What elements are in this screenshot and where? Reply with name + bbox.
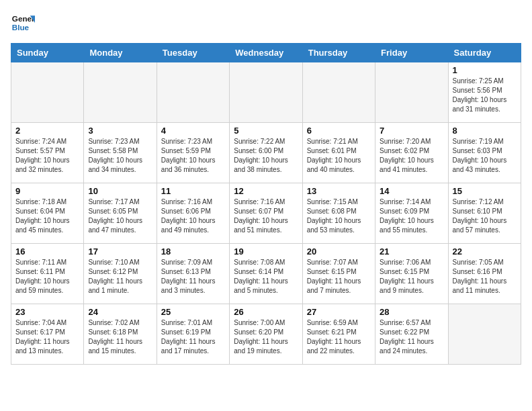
day-number: 28: [380, 307, 443, 317]
calendar-cell: 19Sunrise: 7:08 AM Sunset: 6:14 PM Dayli…: [230, 244, 302, 304]
day-number: 22: [453, 246, 517, 257]
day-info: Sunrise: 7:20 AM Sunset: 6:02 PM Dayligh…: [380, 137, 443, 175]
calendar-cell: 17Sunrise: 7:10 AM Sunset: 6:12 PM Dayli…: [84, 244, 157, 304]
day-number: 14: [380, 186, 443, 196]
calendar-cell: 13Sunrise: 7:15 AM Sunset: 6:08 PM Dayli…: [302, 183, 375, 244]
day-number: 24: [88, 307, 152, 317]
calendar-cell: 15Sunrise: 7:12 AM Sunset: 6:10 PM Dayli…: [448, 183, 521, 244]
day-number: 21: [380, 246, 443, 257]
weekday-header-monday: Monday: [84, 44, 157, 62]
day-number: 11: [161, 186, 225, 196]
day-info: Sunrise: 7:21 AM Sunset: 6:01 PM Dayligh…: [307, 137, 371, 175]
day-info: Sunrise: 7:24 AM Sunset: 5:57 PM Dayligh…: [15, 137, 79, 175]
day-info: Sunrise: 7:14 AM Sunset: 6:09 PM Dayligh…: [380, 197, 443, 235]
weekday-header-wednesday: Wednesday: [230, 44, 302, 62]
day-number: 2: [15, 126, 79, 136]
calendar-cell: [11, 62, 84, 123]
calendar-cell: [84, 62, 157, 123]
week-row-3: 9Sunrise: 7:18 AM Sunset: 6:04 PM Daylig…: [11, 183, 521, 244]
calendar-cell: 5Sunrise: 7:22 AM Sunset: 6:00 PM Daylig…: [230, 123, 302, 183]
calendar-cell: 28Sunrise: 6:57 AM Sunset: 6:22 PM Dayli…: [375, 304, 448, 365]
calendar-cell: [375, 62, 448, 123]
week-row-5: 23Sunrise: 7:04 AM Sunset: 6:17 PM Dayli…: [11, 304, 521, 365]
weekday-header-sunday: Sunday: [11, 44, 84, 62]
day-info: Sunrise: 7:22 AM Sunset: 6:00 PM Dayligh…: [234, 137, 298, 175]
day-info: Sunrise: 7:00 AM Sunset: 6:20 PM Dayligh…: [234, 318, 298, 356]
day-number: 1: [453, 65, 517, 75]
day-number: 10: [88, 186, 152, 196]
day-number: 19: [234, 246, 298, 257]
day-number: 18: [161, 246, 225, 257]
day-number: 26: [234, 307, 298, 317]
day-number: 3: [88, 126, 152, 136]
calendar: SundayMondayTuesdayWednesdayThursdayFrid…: [11, 43, 521, 365]
calendar-cell: 2Sunrise: 7:24 AM Sunset: 5:57 PM Daylig…: [11, 123, 84, 183]
day-number: 7: [380, 126, 443, 136]
calendar-cell: 10Sunrise: 7:17 AM Sunset: 6:05 PM Dayli…: [84, 183, 157, 244]
day-info: Sunrise: 7:06 AM Sunset: 6:15 PM Dayligh…: [380, 258, 443, 295]
calendar-cell: 6Sunrise: 7:21 AM Sunset: 6:01 PM Daylig…: [302, 123, 375, 183]
calendar-cell: 12Sunrise: 7:16 AM Sunset: 6:07 PM Dayli…: [230, 183, 302, 244]
day-number: 6: [307, 126, 371, 136]
day-number: 27: [307, 307, 371, 317]
day-info: Sunrise: 7:25 AM Sunset: 5:56 PM Dayligh…: [453, 77, 517, 114]
calendar-cell: 11Sunrise: 7:16 AM Sunset: 6:06 PM Dayli…: [157, 183, 229, 244]
day-info: Sunrise: 7:04 AM Sunset: 6:17 PM Dayligh…: [15, 318, 79, 356]
calendar-cell: 7Sunrise: 7:20 AM Sunset: 6:02 PM Daylig…: [375, 123, 448, 183]
page-header: General Blue: [11, 11, 521, 35]
day-info: Sunrise: 7:12 AM Sunset: 6:10 PM Dayligh…: [453, 197, 517, 235]
weekday-header-tuesday: Tuesday: [157, 44, 229, 62]
day-info: Sunrise: 7:17 AM Sunset: 6:05 PM Dayligh…: [88, 197, 152, 235]
calendar-cell: 26Sunrise: 7:00 AM Sunset: 6:20 PM Dayli…: [230, 304, 302, 365]
calendar-cell: 24Sunrise: 7:02 AM Sunset: 6:18 PM Dayli…: [84, 304, 157, 365]
day-info: Sunrise: 7:15 AM Sunset: 6:08 PM Dayligh…: [307, 197, 371, 235]
svg-text:General: General: [12, 14, 35, 23]
calendar-cell: 25Sunrise: 7:01 AM Sunset: 6:19 PM Dayli…: [157, 304, 229, 365]
weekday-header-thursday: Thursday: [302, 44, 375, 62]
day-number: 9: [15, 186, 79, 196]
day-number: 25: [161, 307, 225, 317]
day-info: Sunrise: 7:02 AM Sunset: 6:18 PM Dayligh…: [88, 318, 152, 356]
calendar-cell: 4Sunrise: 7:23 AM Sunset: 5:59 PM Daylig…: [157, 123, 229, 183]
calendar-cell: 3Sunrise: 7:23 AM Sunset: 5:58 PM Daylig…: [84, 123, 157, 183]
calendar-cell: 8Sunrise: 7:19 AM Sunset: 6:03 PM Daylig…: [448, 123, 521, 183]
day-info: Sunrise: 7:05 AM Sunset: 6:16 PM Dayligh…: [453, 258, 517, 295]
day-number: 4: [161, 126, 225, 136]
calendar-cell: 14Sunrise: 7:14 AM Sunset: 6:09 PM Dayli…: [375, 183, 448, 244]
day-number: 13: [307, 186, 371, 196]
day-info: Sunrise: 7:23 AM Sunset: 5:58 PM Dayligh…: [88, 137, 152, 175]
day-info: Sunrise: 7:07 AM Sunset: 6:15 PM Dayligh…: [307, 258, 371, 295]
week-row-2: 2Sunrise: 7:24 AM Sunset: 5:57 PM Daylig…: [11, 123, 521, 183]
day-number: 5: [234, 126, 298, 136]
day-number: 15: [453, 186, 517, 196]
day-info: Sunrise: 7:16 AM Sunset: 6:07 PM Dayligh…: [234, 197, 298, 235]
logo: General Blue: [11, 11, 38, 35]
calendar-cell: 22Sunrise: 7:05 AM Sunset: 6:16 PM Dayli…: [448, 244, 521, 304]
weekday-header-saturday: Saturday: [448, 44, 521, 62]
week-row-1: 1Sunrise: 7:25 AM Sunset: 5:56 PM Daylig…: [11, 62, 521, 123]
calendar-cell: 9Sunrise: 7:18 AM Sunset: 6:04 PM Daylig…: [11, 183, 84, 244]
day-number: 12: [234, 186, 298, 196]
calendar-cell: [448, 304, 521, 365]
calendar-cell: [157, 62, 229, 123]
calendar-cell: 21Sunrise: 7:06 AM Sunset: 6:15 PM Dayli…: [375, 244, 448, 304]
calendar-cell: 18Sunrise: 7:09 AM Sunset: 6:13 PM Dayli…: [157, 244, 229, 304]
day-number: 23: [15, 307, 79, 317]
day-info: Sunrise: 7:11 AM Sunset: 6:11 PM Dayligh…: [15, 258, 79, 295]
day-info: Sunrise: 7:19 AM Sunset: 6:03 PM Dayligh…: [453, 137, 517, 175]
day-number: 20: [307, 246, 371, 257]
day-info: Sunrise: 6:59 AM Sunset: 6:21 PM Dayligh…: [307, 318, 371, 356]
calendar-cell: [302, 62, 375, 123]
day-info: Sunrise: 7:23 AM Sunset: 5:59 PM Dayligh…: [161, 137, 225, 175]
day-info: Sunrise: 6:57 AM Sunset: 6:22 PM Dayligh…: [380, 318, 443, 356]
weekday-header-row: SundayMondayTuesdayWednesdayThursdayFrid…: [11, 44, 521, 62]
day-info: Sunrise: 7:10 AM Sunset: 6:12 PM Dayligh…: [88, 258, 152, 295]
day-number: 16: [15, 246, 79, 257]
calendar-cell: 20Sunrise: 7:07 AM Sunset: 6:15 PM Dayli…: [302, 244, 375, 304]
calendar-cell: 16Sunrise: 7:11 AM Sunset: 6:11 PM Dayli…: [11, 244, 84, 304]
week-row-4: 16Sunrise: 7:11 AM Sunset: 6:11 PM Dayli…: [11, 244, 521, 304]
day-info: Sunrise: 7:18 AM Sunset: 6:04 PM Dayligh…: [15, 197, 79, 235]
day-info: Sunrise: 7:16 AM Sunset: 6:06 PM Dayligh…: [161, 197, 225, 235]
calendar-cell: 1Sunrise: 7:25 AM Sunset: 5:56 PM Daylig…: [448, 62, 521, 123]
day-info: Sunrise: 7:01 AM Sunset: 6:19 PM Dayligh…: [161, 318, 225, 356]
